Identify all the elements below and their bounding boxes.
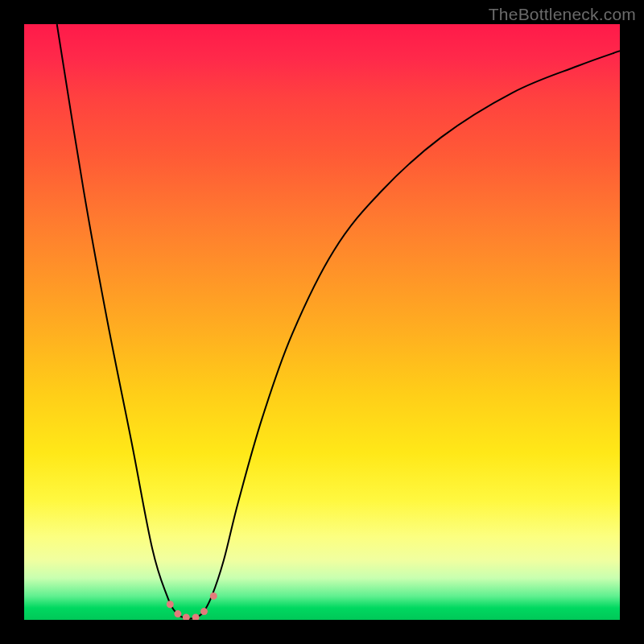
curve-marker — [174, 610, 181, 617]
plot-area — [24, 24, 620, 620]
chart-frame: TheBottleneck.com — [0, 0, 644, 644]
curve-marker — [200, 608, 208, 615]
watermark-text: TheBottleneck.com — [489, 5, 636, 24]
curve-layer — [24, 24, 620, 620]
curve-marker — [192, 614, 200, 621]
bottleneck-curve — [57, 24, 620, 619]
curve-markers — [167, 592, 217, 620]
curve-marker — [183, 614, 190, 621]
curve-marker — [210, 592, 217, 600]
curve-marker — [167, 601, 174, 608]
curve-path — [57, 24, 620, 619]
